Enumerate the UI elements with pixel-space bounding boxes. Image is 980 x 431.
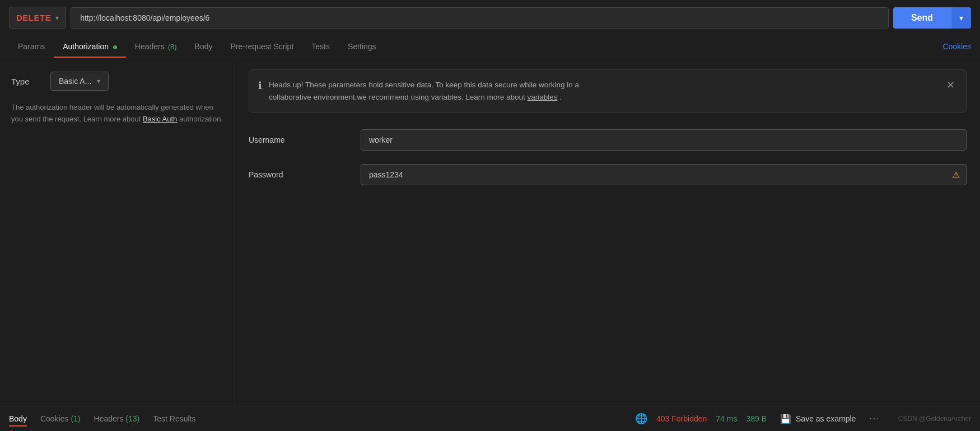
tab-tests[interactable]: Tests <box>302 35 339 58</box>
type-dropdown-value: Basic A... <box>59 77 91 86</box>
right-panel: ℹ Heads up! These parameters hold sensit… <box>235 58 980 406</box>
authorization-dot <box>113 45 117 49</box>
url-input[interactable] <box>80 13 879 22</box>
tab-authorization[interactable]: Authorization <box>54 35 126 58</box>
globe-icon: 🌐 <box>635 413 647 425</box>
basic-auth-link[interactable]: Basic Auth <box>143 115 177 123</box>
status-time: 74 ms <box>716 414 737 423</box>
type-dropdown-chevron-icon: ▾ <box>97 77 100 85</box>
bottom-tab-test-results[interactable]: Test Results <box>153 412 195 425</box>
username-field-row: Username <box>249 129 967 151</box>
credit-text: CSDN @GoldenaArcher <box>898 415 971 423</box>
password-input-wrapper: ⚠ <box>361 164 967 185</box>
cookies-link[interactable]: Cookies <box>942 35 971 58</box>
warning-icon: ⚠ <box>952 170 960 180</box>
more-options-button[interactable]: ··· <box>869 414 880 424</box>
bottom-tab-body[interactable]: Body <box>9 412 27 425</box>
tab-body[interactable]: Body <box>186 35 222 58</box>
tab-prerequest[interactable]: Pre-request Script <box>221 35 302 58</box>
send-button-group: Send ▾ <box>893 7 971 29</box>
password-input[interactable] <box>361 164 967 185</box>
bottom-bar: Body Cookies (1) Headers (13) Test Resul… <box>0 406 980 431</box>
username-input-wrapper <box>361 129 967 151</box>
info-banner: ℹ Heads up! These parameters hold sensit… <box>249 69 967 113</box>
main-content: Type Basic A... ▾ The authorization head… <box>0 58 980 406</box>
type-dropdown[interactable]: Basic A... ▾ <box>50 72 109 91</box>
url-input-container[interactable] <box>71 7 889 29</box>
tab-settings[interactable]: Settings <box>339 35 385 58</box>
send-chevron-button[interactable]: ▾ <box>951 7 971 29</box>
url-bar: DELETE ▾ Send ▾ <box>0 0 980 35</box>
info-icon: ℹ <box>258 79 262 92</box>
username-input[interactable] <box>361 129 967 151</box>
bottom-tab-headers[interactable]: Headers (13) <box>94 412 140 425</box>
method-chevron-icon: ▾ <box>55 14 59 22</box>
status-group: 🌐 403 Forbidden 74 ms 389 B <box>635 413 767 425</box>
password-field-row: Password ⚠ <box>249 164 967 185</box>
password-wrapper: ⚠ <box>361 164 967 185</box>
tabs-bar: Params Authorization Headers (8) Body Pr… <box>0 35 980 58</box>
method-label: DELETE <box>16 13 51 22</box>
info-banner-close-button[interactable]: ✕ <box>944 79 957 91</box>
status-code: 403 Forbidden <box>656 414 707 423</box>
type-row: Type Basic A... ▾ <box>11 72 223 91</box>
send-button[interactable]: Send <box>893 7 951 29</box>
auth-description: The authorization header will be automat… <box>11 102 223 125</box>
status-size: 389 B <box>746 414 767 423</box>
variables-link[interactable]: variables <box>528 93 558 101</box>
tab-params[interactable]: Params <box>9 35 54 58</box>
save-icon: 💾 <box>780 414 791 424</box>
method-selector[interactable]: DELETE ▾ <box>9 7 66 29</box>
tab-headers[interactable]: Headers (8) <box>126 35 186 58</box>
username-label: Username <box>249 135 361 144</box>
info-text: Heads up! These parameters hold sensitiv… <box>269 79 937 103</box>
save-example-button[interactable]: 💾 Save as example <box>780 414 856 424</box>
type-label: Type <box>11 77 39 86</box>
left-panel: Type Basic A... ▾ The authorization head… <box>0 58 235 406</box>
bottom-tab-cookies[interactable]: Cookies (1) <box>40 412 81 425</box>
password-label: Password <box>249 170 361 179</box>
